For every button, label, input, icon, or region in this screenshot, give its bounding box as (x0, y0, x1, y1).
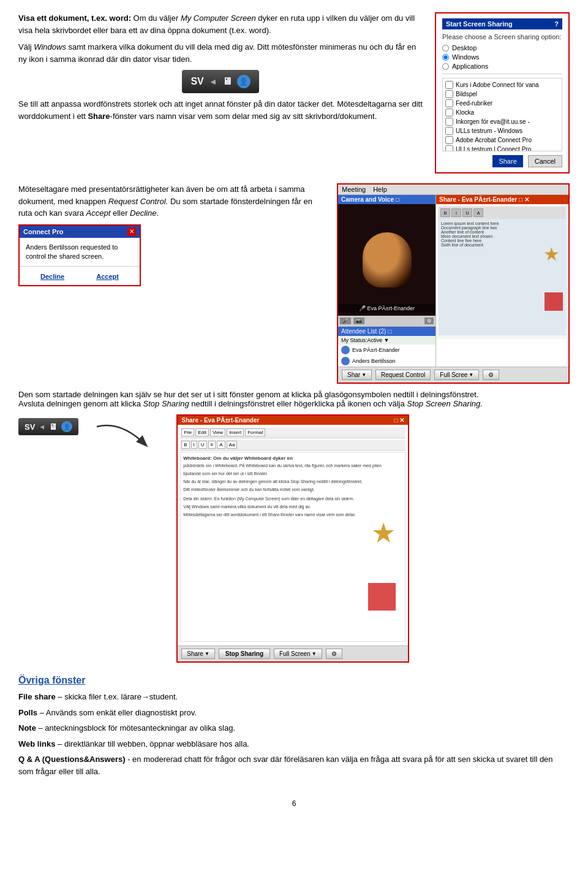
full-screen-bottom-btn[interactable]: Full Screen ▼ (274, 649, 322, 659)
label-windows: Windows (452, 53, 480, 61)
word-btn-aa[interactable]: Aa (227, 441, 238, 449)
word-btn[interactable]: View (210, 428, 225, 436)
ovriga-qa: Q & A (Questions&Answers) - en modererad… (18, 753, 570, 777)
radio-applications[interactable] (442, 63, 449, 70)
cb7[interactable] (445, 136, 453, 144)
curved-arrow-svg (91, 421, 164, 457)
attendee-item-2: Anders Bertilsson (338, 356, 435, 367)
decline-button[interactable]: Decline (40, 273, 64, 280)
cb2[interactable] (445, 90, 453, 98)
word-btn-i[interactable]: I (191, 441, 197, 449)
checkbox-item[interactable]: ULLs testrum | Connect Pro (445, 145, 559, 151)
cam-btn1[interactable]: 🎤 (340, 318, 351, 324)
radio-windows[interactable] (442, 54, 449, 61)
full-screen-btn[interactable]: Full Scree ▼ (434, 370, 479, 380)
word-btn-b[interactable]: B (181, 441, 189, 449)
cancel-button[interactable]: Cancel (528, 155, 562, 167)
doc-para: Dela din skärm. En funktion (My Computer… (183, 496, 402, 502)
toolbar-btn[interactable]: I (451, 208, 461, 217)
sv-bottom-arrow-icon: ◄ (39, 423, 45, 430)
cb5[interactable] (445, 118, 453, 126)
screen-sharing-help-icon: ? (554, 20, 559, 28)
word-toolbar-2: B I U ≡ A Aa (180, 440, 405, 451)
cb3[interactable] (445, 99, 453, 107)
toolbar-btn[interactable]: U (462, 208, 472, 217)
doc-para: pdsbördets om i Whiteboard. På Whiteboar… (183, 463, 402, 469)
word-btn[interactable]: File (181, 428, 194, 436)
menu-meeting[interactable]: Meeting (342, 186, 366, 193)
word-btn[interactable]: Insert (227, 428, 244, 436)
cb4-label: Klocka (456, 109, 474, 116)
cb1[interactable] (445, 81, 453, 89)
label-applications: Applications (452, 63, 488, 70)
camera-person-label: 🎤 Eva PÄ±rt-Enander (338, 304, 435, 313)
word-btn-align[interactable]: ≡ (208, 441, 216, 449)
checkbox-item[interactable]: Kurs i Adobe Connect för vana (445, 81, 559, 89)
attendee-name-1: Eva PÄ±rt-Enander (352, 347, 399, 353)
share-button[interactable]: Share (492, 155, 522, 167)
toolbar-btn[interactable]: B (440, 208, 450, 217)
doc-para: Välj Windows samt markera vilka dokument… (183, 504, 402, 510)
checkbox-item[interactable]: ULLs testrum - Windows (445, 127, 559, 135)
meeting-screenshot: Meeting Help Camera and Voice □ 🎤 Eva PÄ… (337, 183, 570, 384)
ovriga-section: Övriga fönster File share – skicka filer… (18, 675, 570, 781)
camera-controls: 🎤 📷 ⚙ (338, 316, 435, 326)
cb4[interactable] (445, 108, 453, 116)
top-para2: Välj Windows samt markera vilka dokument… (18, 41, 423, 65)
word-btn-u[interactable]: U (198, 441, 207, 449)
sv-bottom-icon-area: SV ◄ 🖥 👤 (18, 414, 78, 439)
connect-pro-dialog: Connect Pro ✕ Anders Bertilsson requeste… (18, 224, 141, 287)
option-windows[interactable]: Windows (442, 53, 562, 61)
word-btn[interactable]: Format (245, 428, 265, 436)
checkbox-list[interactable]: Kurs i Adobe Connect för vana Bildspel F… (442, 78, 562, 151)
option-applications[interactable]: Applications (442, 63, 562, 70)
cb8[interactable] (445, 145, 453, 151)
option-desktop[interactable]: Desktop (442, 44, 562, 51)
meeting-left-panel: Camera and Voice □ 🎤 Eva PÄ±rt-Enander 🎤… (338, 195, 436, 367)
stop-sharing-button[interactable]: Stop Sharing (219, 649, 270, 659)
checkbox-item[interactable]: Klocka (445, 108, 559, 116)
connect-pro-title: Connect Pro (23, 228, 63, 235)
sv-bottom-monitor-icon: 🖥 (49, 422, 58, 432)
camera-panel-header: Camera and Voice □ (338, 195, 435, 204)
ovriga-weblinks: Web links – direktlänkar till webben, öp… (18, 738, 570, 750)
camera-panel-title: Camera and Voice (341, 196, 394, 203)
bottom-section-text: Den som startade delningen kan själv se … (18, 390, 570, 408)
cam-settings[interactable]: ⚙ (424, 318, 434, 324)
cb6-label: ULLs testrum - Windows (456, 128, 522, 134)
accept-button[interactable]: Accept (96, 273, 119, 280)
screen-sharing-title: Start Screen Sharing (446, 20, 513, 28)
full-screen-bottom-label: Full Screen (279, 650, 311, 657)
top-section: Visa ett dokument, t.ex. word: Om du väl… (18, 12, 570, 173)
share-btn[interactable]: Shar ▼ (342, 370, 372, 380)
checkbox-item[interactable]: Bildspel (445, 90, 559, 98)
settings-btn[interactable]: ⚙ (483, 370, 499, 380)
ovriga-heading: Övriga fönster (18, 675, 570, 686)
toolbar-btn[interactable]: A (473, 208, 483, 217)
attendee-panel: Attendee List (2) □ My Status:Active ▼ E… (338, 326, 435, 367)
ovriga-file-share: File share – skicka filer t.ex. lärare→s… (18, 691, 570, 703)
connect-pro-titlebar: Connect Pro ✕ (20, 226, 140, 238)
cam-btn2[interactable]: 📷 (353, 318, 364, 324)
sv-monitor-icon: 🖥 (222, 76, 232, 87)
word-btn-a[interactable]: A (217, 441, 225, 449)
attendee-panel-header: Attendee List (2) □ (338, 327, 435, 336)
share-bottom-share-btn[interactable]: Share ▼ (181, 649, 215, 659)
attendee-status: My Status:Active ▼ (338, 336, 435, 345)
checkbox-item[interactable]: Adobe Acrobat Connect Pro (445, 136, 559, 144)
cb6[interactable] (445, 127, 453, 135)
request-control-btn[interactable]: Request Control (375, 370, 431, 380)
large-share-title: Share - Eva PÄ±rt-Enander (181, 417, 259, 424)
attendee-avatar-1 (341, 346, 350, 354)
camera-panel-icon: □ (396, 196, 399, 203)
checkbox-item[interactable]: Inkorgen för eva@it.uu.se - (445, 118, 559, 126)
divider (442, 74, 562, 74)
radio-desktop[interactable] (442, 45, 449, 51)
word-btn[interactable]: Edit (195, 428, 209, 436)
screen-sharing-titlebar: Start Screen Sharing ? (442, 18, 562, 29)
connect-pro-close-button[interactable]: ✕ (127, 227, 136, 236)
top-para3: Se till att anpassa wordfönstrets storle… (18, 98, 423, 122)
share-bottom-settings-btn[interactable]: ⚙ (326, 649, 342, 659)
checkbox-item[interactable]: Feed-rubriker (445, 99, 559, 107)
menu-help[interactable]: Help (373, 186, 387, 193)
